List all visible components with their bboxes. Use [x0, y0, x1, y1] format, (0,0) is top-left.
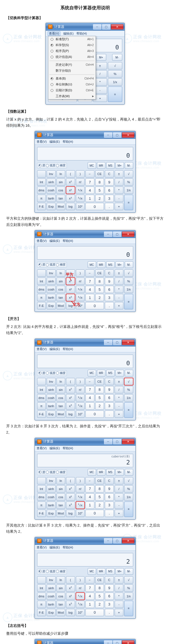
zero-button[interactable]: 0: [85, 411, 104, 418]
mod-button[interactable]: Mod: [56, 411, 65, 418]
nine-button[interactable]: 9: [105, 386, 114, 393]
maximize-button[interactable]: ▢: [113, 640, 121, 644]
rparen-button[interactable]: ): [76, 378, 85, 385]
sqrt-button[interactable]: √: [124, 269, 133, 277]
nine-button[interactable]: 9: [105, 485, 114, 493]
cosh-button[interactable]: cosh: [47, 593, 56, 600]
mul-button[interactable]: *: [115, 286, 124, 293]
titlebar[interactable]: = 计算器 ─ ▢ ✕: [35, 537, 135, 545]
menu-item[interactable]: 单位转换(U)Ctrl+U: [48, 81, 96, 87]
menu-edit[interactable]: 编辑(E): [49, 446, 60, 450]
inv-button[interactable]: Inv: [47, 576, 56, 584]
int-button[interactable]: Int: [37, 485, 46, 493]
three-button[interactable]: 3: [105, 195, 114, 202]
six-button[interactable]: 6: [105, 394, 114, 402]
four-button[interactable]: 4: [85, 187, 94, 194]
fact-button[interactable]: n!: [76, 278, 85, 285]
four-button[interactable]: 4: [85, 493, 94, 501]
int-button[interactable]: Int: [37, 278, 46, 285]
blank[interactable]: [37, 269, 46, 277]
mod-button[interactable]: Mod: [56, 609, 65, 616]
lparen-button[interactable]: (: [66, 477, 75, 484]
mul-button[interactable]: *: [115, 493, 124, 501]
div-button[interactable]: /: [115, 386, 124, 393]
equals-button[interactable]: =: [124, 402, 133, 418]
close-button[interactable]: ✕: [122, 640, 134, 644]
fe-button[interactable]: F-E: [37, 411, 46, 418]
ln-button[interactable]: ln: [56, 378, 65, 385]
menu-edit[interactable]: 编辑(E): [63, 31, 74, 36]
menu-item[interactable]: 科学型(S)Alt+2: [48, 42, 96, 48]
grad-label[interactable]: 梯度: [60, 570, 65, 573]
cbrt-button[interactable]: 3√x: [76, 402, 85, 410]
angle-mode-group[interactable]: 度 弧度 梯度: [37, 262, 67, 267]
menu-item[interactable]: 标准型(T)Alt+1: [48, 36, 96, 42]
menu-item[interactable]: 工作表(W): [48, 93, 96, 99]
five-button[interactable]: 5: [95, 187, 104, 194]
tenx-button[interactable]: 10x: [76, 411, 85, 418]
six-button[interactable]: 6: [105, 187, 114, 194]
recip-button[interactable]: 1/x: [124, 593, 133, 600]
backspace-button[interactable]: ←: [85, 170, 94, 178]
ce-button[interactable]: CE: [95, 170, 104, 178]
maximize-button[interactable]: ▢: [113, 132, 121, 138]
tanh-button[interactable]: tanh: [47, 294, 56, 301]
cos-button[interactable]: cos: [56, 593, 65, 600]
cbrt-button[interactable]: 3√x: [76, 601, 85, 608]
log-button[interactable]: log: [66, 609, 75, 616]
deg-label[interactable]: 度: [42, 570, 45, 573]
one-button[interactable]: 1: [85, 502, 94, 509]
eight-button[interactable]: 8: [95, 584, 104, 592]
backspace-button[interactable]: ←: [85, 576, 94, 584]
dot-button[interactable]: .: [105, 302, 114, 309]
menu-help[interactable]: 帮助(H): [76, 31, 87, 36]
seven-button[interactable]: 7: [85, 386, 94, 393]
cube-button[interactable]: x3: [66, 402, 75, 410]
cosh-button[interactable]: cosh: [47, 286, 56, 293]
backspace-button[interactable]: ←: [85, 269, 94, 277]
sub-button[interactable]: -: [115, 402, 124, 410]
sqrt-button[interactable]: √: [124, 576, 133, 584]
exp-button[interactable]: Exp: [47, 510, 56, 517]
eight-button[interactable]: 8: [95, 178, 104, 186]
four-button[interactable]: 4: [85, 593, 94, 600]
exp-button[interactable]: Exp: [47, 411, 56, 418]
four-button[interactable]: 4: [85, 394, 94, 402]
sin-button[interactable]: sin: [56, 278, 65, 285]
rad-label[interactable]: 弧度: [50, 371, 55, 375]
three-button[interactable]: 3: [105, 601, 114, 608]
blank[interactable]: [37, 477, 46, 484]
sinh-button[interactable]: sinh: [47, 178, 56, 186]
five-button[interactable]: 5: [95, 493, 104, 501]
tanh-button[interactable]: tanh: [47, 402, 56, 410]
six-button[interactable]: 6: [105, 286, 114, 293]
div-button[interactable]: /: [115, 278, 124, 285]
tan-button[interactable]: tan: [56, 601, 65, 608]
cube-button[interactable]: x3: [66, 195, 75, 202]
sinh-button[interactable]: sinh: [47, 386, 56, 393]
menu-help[interactable]: 帮助(H): [63, 140, 73, 144]
dot-button[interactable]: .: [105, 411, 114, 418]
cbrt-button[interactable]: 3√x: [76, 294, 85, 301]
div-button[interactable]: /: [115, 584, 124, 592]
close-button[interactable]: ✕: [122, 232, 134, 237]
tan-button[interactable]: tan: [56, 195, 65, 202]
sub-button[interactable]: -: [115, 294, 124, 301]
sqrt-button[interactable]: √: [124, 477, 133, 484]
tanh-button[interactable]: tanh: [47, 601, 56, 608]
sin-button[interactable]: sin: [56, 584, 65, 592]
minimize-button[interactable]: ─: [104, 132, 112, 138]
sub-button[interactable]: -: [115, 195, 124, 202]
tan-button[interactable]: tan: [56, 294, 65, 301]
menu-item[interactable]: 历史记录(Y)Ctrl+H: [48, 62, 96, 68]
seven-button[interactable]: 7: [85, 178, 94, 186]
menu-view[interactable]: 查看(V): [37, 140, 47, 144]
lparen-button[interactable]: (: [66, 269, 75, 277]
two-button[interactable]: 2: [95, 195, 104, 202]
div-button[interactable]: /: [115, 178, 124, 186]
square-button[interactable]: x2: [66, 485, 75, 493]
sinh-button[interactable]: sinh: [47, 485, 56, 493]
fe-button[interactable]: F-E: [37, 302, 46, 309]
menu-help[interactable]: 帮助(H): [63, 239, 73, 243]
inv-button[interactable]: Inv: [47, 170, 56, 178]
